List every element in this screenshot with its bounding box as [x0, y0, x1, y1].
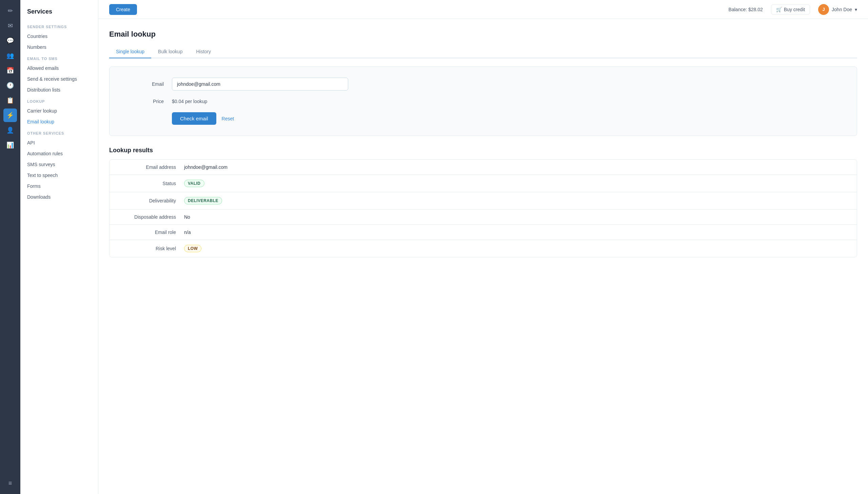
result-value: LOW	[184, 245, 201, 252]
result-value: DELIVERABLE	[184, 197, 222, 205]
price-value: $0.04 per lookup	[172, 99, 207, 104]
tab-bulk-lookup[interactable]: Bulk lookup	[151, 45, 189, 58]
tab-single-lookup[interactable]: Single lookup	[109, 45, 151, 58]
services-icon[interactable]: ⚡	[3, 109, 17, 122]
result-key: Status	[110, 181, 184, 186]
result-key: Deliverability	[110, 198, 184, 204]
services-title: Services	[20, 8, 98, 21]
sidebar-item-send-receive-settings[interactable]: Send & receive settings	[20, 74, 98, 84]
section-label-other-services: Other Services	[20, 127, 98, 137]
check-email-button[interactable]: Check email	[172, 112, 216, 125]
status-badge: LOW	[184, 245, 201, 252]
sidebar-item-automation-rules[interactable]: Automation rules	[20, 148, 98, 159]
section-label-lookup: Lookup	[20, 95, 98, 106]
result-row: Email rolen/a	[110, 225, 857, 240]
price-label: Price	[123, 99, 164, 104]
inbox-icon[interactable]: ✉	[3, 19, 17, 33]
result-value: n/a	[184, 230, 191, 235]
form-card: Email Price $0.04 per lookup Check email…	[109, 66, 857, 136]
contacts-icon[interactable]: 👥	[3, 49, 17, 62]
reset-link[interactable]: Reset	[222, 116, 234, 121]
email-label: Email	[123, 81, 164, 87]
chevron-down-icon: ▾	[855, 7, 857, 12]
tasks-icon[interactable]: 📋	[3, 94, 17, 107]
sidebar-item-email-lookup[interactable]: Email lookup	[20, 116, 98, 127]
page-body: Email lookup Single lookupBulk lookupHis…	[98, 19, 868, 268]
sidebar-item-carrier-lookup[interactable]: Carrier lookup	[20, 106, 98, 116]
email-input[interactable]	[172, 78, 348, 91]
create-button[interactable]: Create	[109, 4, 137, 15]
avatar: J	[818, 4, 829, 15]
result-value: johndoe@gmail.com	[184, 165, 228, 170]
balance-display: Balance: $28.02	[729, 7, 763, 12]
header-left: Create	[109, 4, 137, 15]
sidebar-item-distribution-lists[interactable]: Distribution lists	[20, 84, 98, 95]
user-name: John Doe	[832, 7, 852, 12]
user-menu[interactable]: J John Doe ▾	[818, 4, 857, 15]
main-content: Create Balance: $28.02 🛒 Buy credit J Jo…	[98, 0, 868, 494]
result-key: Risk level	[110, 246, 184, 251]
cart-icon: 🛒	[776, 7, 782, 12]
section-label-email-to-sms: Email to SMS	[20, 53, 98, 63]
page-title: Email lookup	[109, 30, 857, 39]
action-row: Check email Reset	[172, 112, 843, 125]
icon-sidebar: ✏✉💬👥📅🕐📋⚡👤📊≡	[0, 0, 20, 494]
price-row: Price $0.04 per lookup	[123, 99, 843, 104]
menu-icon[interactable]: ≡	[3, 476, 17, 490]
result-value: No	[184, 214, 190, 220]
result-row: Email addressjohndoe@gmail.com	[110, 160, 857, 175]
sidebar-item-allowed-emails[interactable]: Allowed emails	[20, 63, 98, 74]
sidebar-item-countries[interactable]: Countries	[20, 31, 98, 42]
buy-credit-button[interactable]: 🛒 Buy credit	[771, 4, 810, 15]
header-right: Balance: $28.02 🛒 Buy credit J John Doe …	[729, 4, 857, 15]
calendar-icon[interactable]: 📅	[3, 64, 17, 77]
status-badge: VALID	[184, 180, 205, 187]
status-badge: DELIVERABLE	[184, 197, 222, 205]
tabs: Single lookupBulk lookupHistory	[109, 45, 857, 58]
results-table: Email addressjohndoe@gmail.comStatusVALI…	[109, 159, 857, 257]
tab-history[interactable]: History	[189, 45, 218, 58]
result-value: VALID	[184, 180, 205, 187]
result-key: Email address	[110, 165, 184, 170]
sidebar-item-numbers[interactable]: Numbers	[20, 42, 98, 53]
history-icon[interactable]: 🕐	[3, 79, 17, 92]
reports-icon[interactable]: 📊	[3, 138, 17, 152]
buy-credit-label: Buy credit	[784, 7, 805, 12]
header: Create Balance: $28.02 🛒 Buy credit J Jo…	[98, 0, 868, 19]
result-key: Email role	[110, 230, 184, 235]
sidebar-item-text-to-speech[interactable]: Text to speech	[20, 170, 98, 181]
sidebar-item-forms[interactable]: Forms	[20, 181, 98, 192]
chat-icon[interactable]: 💬	[3, 34, 17, 48]
account-icon[interactable]: 👤	[3, 124, 17, 137]
sidebar-item-downloads[interactable]: Downloads	[20, 192, 98, 203]
result-row: Disposable addressNo	[110, 210, 857, 225]
results-title: Lookup results	[109, 147, 857, 154]
compose-icon[interactable]: ✏	[3, 4, 17, 18]
email-row: Email	[123, 78, 843, 91]
sidebar-item-api[interactable]: API	[20, 137, 98, 148]
services-sidebar: Services Sender SettingsCountriesNumbers…	[20, 0, 98, 494]
result-row: StatusVALID	[110, 175, 857, 192]
sidebar-item-sms-surveys[interactable]: SMS surveys	[20, 159, 98, 170]
result-row: Risk levelLOW	[110, 240, 857, 257]
section-label-sender-settings: Sender Settings	[20, 21, 98, 31]
result-row: DeliverabilityDELIVERABLE	[110, 192, 857, 210]
result-key: Disposable address	[110, 214, 184, 220]
